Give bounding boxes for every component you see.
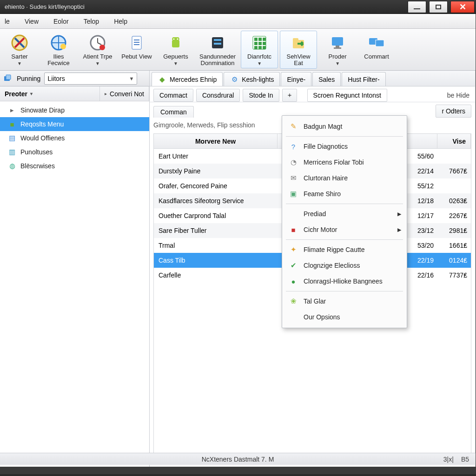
sidebar-item[interactable]: ■Reqoslts Menu [0, 117, 149, 131]
svg-rect-39 [332, 37, 343, 46]
folder-arrow-icon [289, 33, 308, 53]
svg-rect-18 [172, 37, 179, 41]
tab-consdrural[interactable]: Consdrural [196, 89, 240, 102]
hide-label[interactable]: be Hide [442, 89, 475, 102]
server-dark-icon [208, 33, 227, 53]
tab-stodein[interactable]: Stode In [243, 89, 279, 102]
context-menu-item[interactable]: ■Cichr Motor▶ [282, 222, 407, 238]
svg-rect-41 [334, 47, 341, 49]
toolbar-sehview[interactable]: SehView Eat [280, 31, 317, 69]
toolbar-ilies[interactable]: Ilies Fecwice [40, 31, 77, 69]
dropdown-indicator-icon: ▼ [173, 61, 178, 66]
sidebar-hdr-right[interactable]: ▸ Converi Not [100, 86, 149, 101]
context-menu-item[interactable]: ?Fille Diagnotics [282, 139, 407, 154]
sidebar-item[interactable]: ◍Blëscrwises [0, 159, 149, 173]
cell-vise: 7667₤ [437, 167, 471, 175]
sidebar-item-label: Reqoslts Menu [20, 120, 64, 128]
svg-rect-22 [214, 39, 221, 41]
blank-icon [289, 209, 298, 218]
menu-separator [286, 136, 403, 137]
toolbar-proder[interactable]: Proder▼ [319, 31, 356, 68]
context-menu-item[interactable]: Prediad▶ [282, 206, 407, 222]
toolbar-gepuerts[interactable]: Gepuerts▼ [157, 31, 194, 68]
menu-telop[interactable]: Telop [82, 16, 101, 27]
toolbar-label: Dianrfotc [247, 53, 271, 60]
th-name[interactable]: Morvere New [154, 134, 278, 148]
monitor-icon [328, 33, 347, 53]
mail-icon: ✉ [289, 173, 298, 183]
doc-blue-icon: ▤ [7, 133, 17, 143]
svg-rect-27 [254, 46, 258, 49]
upper-tab[interactable]: Hust Filter- [342, 72, 385, 86]
green-check-icon: ✔ [289, 261, 298, 270]
context-menu-item[interactable]: ▣Feame Shiro [282, 186, 407, 202]
maximize-button[interactable] [429, 1, 448, 13]
context-menu-item[interactable]: ✔Clognzige Eleclioss [282, 258, 407, 273]
tab-scroen[interactable]: Scroen Regunct Intonst [307, 89, 387, 102]
sidebar-item[interactable]: ▸Sinowate Dirap [0, 103, 149, 117]
cell-vise: 7737₤ [437, 271, 471, 279]
clock-grey-icon: ◔ [289, 158, 298, 167]
minimize-button[interactable] [408, 1, 426, 13]
filter-combo[interactable]: Liitors ▼ [44, 73, 137, 85]
toolbar-sarter[interactable]: Sarter▼ [1, 31, 38, 68]
cell-name: Sare Fiber Tuller [154, 227, 278, 234]
svg-rect-35 [293, 38, 298, 42]
svg-rect-33 [263, 46, 266, 49]
menu-view[interactable]: View [23, 16, 40, 27]
context-menu-item[interactable]: ✉Clurtoran Haire [282, 170, 407, 186]
context-menu-item[interactable]: Our Opsions [282, 309, 407, 325]
th-date[interactable] [404, 134, 437, 148]
sidebar-item-label: Would Offienes [20, 134, 65, 142]
context-menu: ✎Badgun Magt?Fille Diagnotics◔Merricens … [282, 115, 407, 328]
context-menu-item[interactable]: ❀Tal Glar [282, 293, 407, 309]
th-vise[interactable]: Vise [437, 134, 471, 148]
chevron-down-icon: ▾ [30, 91, 33, 96]
tab-add-button[interactable]: ＋ [282, 89, 297, 102]
menu-eolor[interactable]: Eolor [52, 16, 71, 27]
sidebar-item[interactable]: ▤Would Offienes [0, 131, 149, 145]
running-icon [3, 74, 13, 83]
upper-tab[interactable]: Sales [312, 72, 341, 86]
toolbar-pebut view[interactable]: Pebut View [118, 31, 155, 62]
context-menu-item[interactable]: ✦Flimate Rigpe Cautte [282, 242, 407, 258]
green-square-icon: ■ [7, 119, 17, 129]
close-button[interactable]: ✕ [450, 1, 475, 13]
menu-item-label: Feame Shiro [304, 190, 341, 198]
toolbar-sandunneder[interactable]: Sandunneder Donmination [196, 31, 239, 69]
context-menu-item[interactable]: ●Clonragsl-Hlioke Bangnees [282, 273, 407, 289]
cell-vise: 0263₤ [437, 197, 471, 205]
upper-tab[interactable]: Einye- [281, 72, 311, 86]
globe-small-icon: ◍ [7, 161, 17, 171]
toolbar-atient trpe[interactable]: Atient Trpe▼ [79, 31, 116, 68]
tab-label: Sales [318, 76, 335, 83]
svg-rect-31 [263, 38, 266, 41]
main-toolbar: Sarter▼Ilies FecwiceAtient Trpe▼Pebut Vi… [0, 29, 476, 71]
paint-icon: ✦ [289, 245, 298, 254]
menu-le[interactable]: le [3, 16, 12, 27]
menu-separator [286, 239, 403, 240]
toolbar-label: SehView Eat [287, 53, 311, 66]
submenu-arrow-icon: ▶ [397, 211, 401, 217]
chevron-down-icon: ▼ [129, 76, 134, 81]
tab-odters[interactable]: r Odters [436, 105, 471, 118]
cell-vise: 2267₤ [437, 212, 471, 219]
gear-blue-icon: ⚙ [230, 75, 239, 84]
toolbar-commart[interactable]: Commart [358, 31, 395, 62]
context-menu-item[interactable]: ◔Merricens Fiolar Tobi [282, 154, 407, 170]
comman-tab[interactable]: Comman [153, 106, 194, 118]
tab-commact[interactable]: Commact [153, 89, 193, 102]
blank-icon [289, 312, 298, 322]
window-icon: ▣ [289, 189, 298, 198]
sidebar-item[interactable]: ▥Punoltuses [0, 145, 149, 159]
sidebar-hdr-left[interactable]: Preoter ▾ [0, 86, 100, 101]
frame-bottom [0, 474, 476, 476]
upper-tab[interactable]: ◆Mercedes Ehnip [152, 72, 223, 86]
cell-vise: 0124₤ [437, 257, 471, 264]
menu-help[interactable]: Help [112, 16, 129, 27]
toolbar-label: Proder [329, 53, 347, 60]
context-menu-item[interactable]: ✎Badgun Magt [282, 119, 407, 134]
svg-rect-26 [254, 42, 258, 45]
toolbar-dianrfotc[interactable]: Dianrfotc▼ [241, 31, 278, 68]
upper-tab[interactable]: ⚙Kesh-lights [224, 72, 280, 86]
